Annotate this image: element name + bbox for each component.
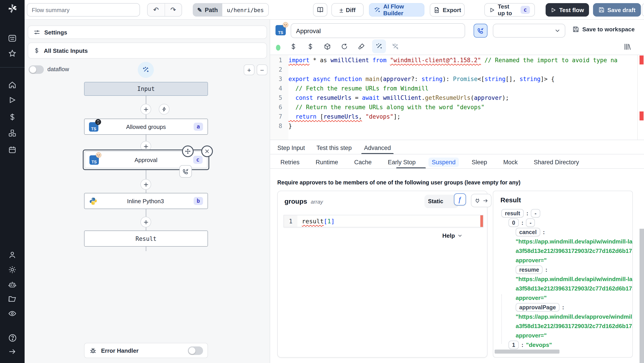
subtab-mock[interactable]: Mock	[500, 157, 521, 167]
test-flow-button[interactable]: Test flow	[546, 3, 589, 17]
test-up-to-button[interactable]: Test up to c	[484, 3, 535, 17]
user-icon[interactable]	[0, 249, 24, 260]
workers-robot-icon[interactable]	[0, 278, 24, 290]
ai-graph-wand-button[interactable]	[138, 62, 154, 78]
subtab-sleep[interactable]: Sleep	[468, 157, 490, 167]
error-handler-bar[interactable]: Error Handler	[84, 343, 208, 358]
library-icon[interactable]	[624, 43, 631, 51]
export-button[interactable]: Export	[430, 3, 465, 17]
result-row-0[interactable]: 0:-	[508, 218, 631, 227]
subtab-cache[interactable]: Cache	[351, 157, 375, 167]
result-row-cancel[interactable]: cancel:	[516, 227, 631, 237]
vertical-scrollbar-thumb[interactable]	[640, 229, 644, 363]
static-toggle[interactable]: Static	[424, 195, 458, 208]
docs-book-button[interactable]	[313, 3, 327, 17]
code-line[interactable]: 5 const resumeUrls = await wmillClient.g…	[270, 93, 640, 103]
error-handler-toggle[interactable]	[188, 346, 203, 355]
tab-test-this-step[interactable]: Test this step	[315, 141, 353, 154]
help-link[interactable]: Help	[442, 232, 462, 239]
settings-gear-icon[interactable]	[0, 264, 24, 275]
flow-summary-input[interactable]: Flow summary	[27, 3, 140, 17]
save-draft-button[interactable]: Save draft	[593, 3, 641, 17]
all-static-inputs-bar[interactable]: All Static Inputs	[28, 43, 267, 59]
deploy-more-button[interactable]	[642, 3, 644, 17]
suspend-phone-badge[interactable]	[179, 165, 192, 178]
schedules-calendar-icon[interactable]	[0, 144, 24, 155]
audit-eye-icon[interactable]	[0, 307, 24, 319]
ai-wand-button[interactable]	[372, 39, 386, 53]
expression-editor[interactable]: 1 result[1]	[284, 215, 484, 227]
code-line[interactable]: 4 // Fetch the resume URLs from Windmill	[270, 84, 640, 93]
path-control[interactable]: ✎ Path u/henri/bes	[193, 3, 269, 17]
insert-step-button[interactable]	[140, 217, 151, 227]
add-trigger-bolt-button[interactable]	[159, 104, 170, 115]
code-line[interactable]: 6 // Return the resume URLs along with t…	[270, 103, 640, 112]
package-box-icon[interactable]	[324, 43, 331, 50]
dataflow-toggle[interactable]	[28, 65, 44, 74]
script-version-select[interactable]	[493, 24, 565, 38]
redo-button[interactable]: ↷	[165, 4, 182, 16]
code-line[interactable]: 1import * as wmillClient from "windmill-…	[270, 56, 640, 65]
result-value-line: approver="	[516, 331, 631, 340]
result-value-line: a3f58d13e212/3963172903/2c77d162d6b17395…	[516, 246, 631, 256]
insert-step-button[interactable]	[140, 179, 151, 190]
flow-node-input[interactable]: Input	[84, 82, 208, 96]
result-row-resume[interactable]: resume:	[516, 265, 631, 274]
windmill-logo[interactable]	[0, 3, 24, 14]
code-line[interactable]: 2	[270, 65, 640, 74]
flow-node-result[interactable]: Result	[84, 230, 208, 247]
connect-input-button[interactable]	[471, 194, 492, 207]
zoom-in-button[interactable]: +	[244, 65, 254, 75]
chevron-down-icon	[458, 233, 462, 238]
runs-play-icon[interactable]	[0, 94, 24, 106]
tab-advanced[interactable]: Advanced	[363, 141, 392, 154]
help-question-icon[interactable]	[0, 332, 24, 344]
expand-arrow-right-icon[interactable]	[0, 345, 24, 357]
code-line[interactable]: 3export async function main(approver?: s…	[270, 74, 640, 84]
result-row-result[interactable]: result:-	[501, 209, 631, 218]
assets-dollar-icon[interactable]	[290, 43, 297, 50]
flow-settings-bar[interactable]: Settings	[28, 26, 267, 39]
code-line[interactable]: 8}	[270, 121, 640, 131]
result-row-1[interactable]: 1:"devops"	[508, 340, 631, 349]
code-line[interactable]: 7 return [resumeUrls, "devops"];	[270, 112, 640, 121]
suspend-phone-button[interactable]	[474, 24, 488, 38]
reload-icon[interactable]	[341, 43, 348, 50]
flow-node-allowed-groups[interactable]: TS Allowed groups a	[84, 119, 208, 135]
favorites-star-icon[interactable]	[0, 48, 24, 59]
format-brush-icon[interactable]	[358, 43, 365, 50]
step-name-input[interactable]: Approval	[291, 23, 465, 38]
flow-node-inline-python[interactable]: Inline Python3 b	[84, 193, 208, 209]
insert-step-button[interactable]	[140, 104, 151, 115]
resources-cubes-icon[interactable]	[0, 127, 24, 139]
fx-expression-toggle[interactable]: ƒ	[454, 193, 466, 205]
folders-icon[interactable]	[0, 293, 24, 304]
move-step-handle[interactable]	[182, 145, 194, 157]
subtab-shared-directory[interactable]: Shared Directory	[531, 157, 582, 167]
path-label[interactable]: ✎ Path	[193, 3, 222, 17]
undo-button[interactable]: ↶	[148, 4, 165, 16]
diff-button[interactable]: ± Diff	[332, 3, 364, 17]
collapse-button[interactable]: -	[531, 209, 540, 218]
typescript-icon: TS	[89, 122, 98, 131]
subtab-retries[interactable]: Retries	[277, 157, 303, 167]
variables-dollar-icon[interactable]	[0, 111, 24, 123]
zoom-out-button[interactable]: −	[257, 65, 268, 75]
ai-flow-builder-button[interactable]: AI Flow Builder	[369, 3, 424, 17]
sliders-icon	[34, 29, 40, 36]
ai-wand-off-icon[interactable]	[392, 43, 399, 50]
horizontal-scrollbar-thumb[interactable]	[495, 349, 560, 353]
app-switcher-icon[interactable]	[0, 32, 24, 44]
subtab-suspend[interactable]: Suspend	[429, 157, 459, 167]
variables-dollar-icon[interactable]	[307, 43, 314, 50]
subtab-runtime[interactable]: Runtime	[312, 157, 342, 167]
path-value[interactable]: u/henri/bes	[222, 3, 269, 17]
delete-step-button[interactable]	[201, 145, 213, 157]
subtab-early-stop[interactable]: Early Stop	[384, 157, 419, 167]
collapse-button[interactable]: -	[526, 218, 535, 227]
result-row-approvalPage[interactable]: approvalPage:	[516, 302, 631, 312]
home-icon[interactable]	[0, 79, 24, 90]
save-to-workspace-button[interactable]: Save to workspace	[572, 26, 634, 33]
code-editor[interactable]: 1import * as wmillClient from "windmill-…	[270, 55, 644, 140]
tab-step-input[interactable]: Step Input	[277, 141, 305, 154]
